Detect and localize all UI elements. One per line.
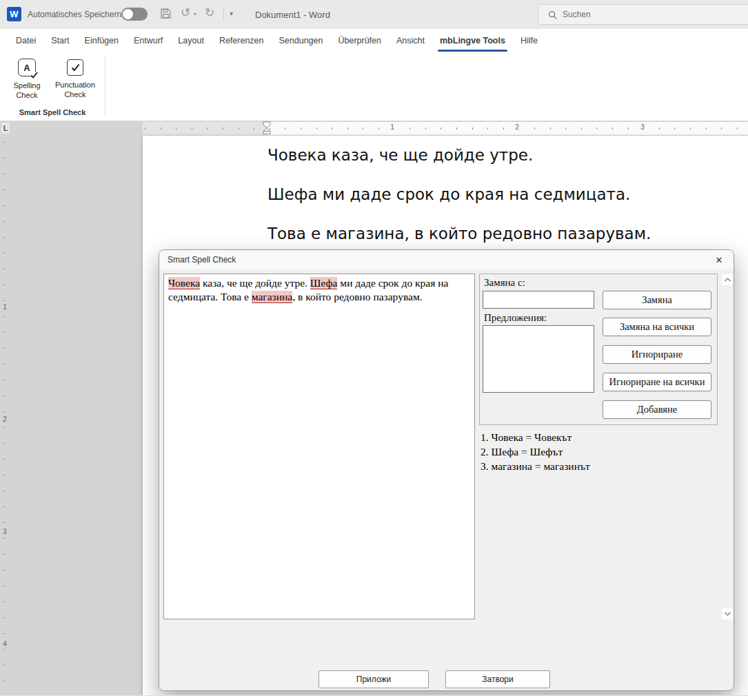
ruler-ticks <box>145 127 748 130</box>
indent-marker[interactable] <box>262 121 272 135</box>
ribbon-group-label: Smart Spell Check <box>0 108 105 116</box>
ignore-button[interactable]: Игнориране <box>603 345 711 364</box>
replace-button[interactable]: Замяна <box>603 291 711 309</box>
ruler-number: 2 <box>510 123 524 131</box>
tab-mblingve-tools[interactable]: mbLingve Tools <box>432 29 513 52</box>
ruler-number: 3 <box>636 123 649 131</box>
title-bar: W Automatisches Speichern ↺ ▾ ↻ ▾ Dokume… <box>0 0 748 29</box>
punctuation-check-button[interactable]: Punctuation Check <box>50 56 101 115</box>
horizontal-ruler: 1 2 3 L <box>0 121 748 135</box>
corrections-list: 1. Човека = Човекът 2. Шефа = Шефът 3. м… <box>481 430 722 473</box>
suggestions-label: Предложения: <box>484 312 547 324</box>
add-button[interactable]: Добавяне <box>603 400 711 419</box>
tab-stop-selector[interactable]: L <box>1 123 10 134</box>
toggle-knob <box>123 9 133 19</box>
toolbar-separator <box>223 8 224 21</box>
tab-datei[interactable]: Datei <box>8 29 43 52</box>
redo-icon[interactable]: ↻ <box>205 6 214 20</box>
replace-input[interactable] <box>483 291 594 309</box>
tab-ansicht[interactable]: Ansicht <box>389 29 432 52</box>
spell-check-text-area[interactable]: Човека каза, че ще дойде утре. Шефа ми д… <box>163 274 475 619</box>
punctuation-check-icon <box>67 59 83 76</box>
correction-item: 3. магазина = магазинът <box>481 459 722 473</box>
paragraph: Човека каза, че ще дойде утре. <box>267 145 743 165</box>
scroll-up-icon[interactable] <box>722 274 733 285</box>
text-segment: Човека <box>168 277 200 289</box>
dialog-title: Smart Spell Check <box>168 255 236 265</box>
apply-button[interactable]: Приложи <box>319 670 429 688</box>
suggestions-listbox[interactable] <box>483 325 594 393</box>
text-segment: Шефа <box>310 277 338 289</box>
tab-referenzen[interactable]: Referenzen <box>212 29 272 52</box>
replace-group-box: Замяна с: Замяна Предложения: Замяна на … <box>479 274 718 425</box>
document-title: Dokument1 - Word <box>255 10 330 20</box>
ribbon-tab-row: Datei Start Einfügen Entwurf Layout Refe… <box>0 29 748 52</box>
undo-icon[interactable]: ↺ <box>181 6 190 20</box>
spelling-check-button[interactable]: A Spelling Check <box>8 56 46 115</box>
tab-hilfe[interactable]: Hilfe <box>513 29 545 52</box>
autosave-label: Automatisches Speichern <box>28 10 121 19</box>
dialog-title-bar[interactable]: Smart Spell Check <box>159 250 734 269</box>
correction-item: 1. Човека = Човекът <box>481 430 722 444</box>
tab-layout[interactable]: Layout <box>170 29 212 52</box>
close-button[interactable]: Затвори <box>445 670 550 688</box>
ignore-all-button[interactable]: Игнориране на всички <box>603 373 711 391</box>
correction-item: 2. Шефа = Шефът <box>481 444 722 459</box>
text-segment: каза, че ще дойде утре. <box>200 277 310 289</box>
search-label: Suchen <box>563 10 591 19</box>
smart-spell-check-dialog: Smart Spell Check ✕ Човека каза, че ще д… <box>159 249 734 691</box>
paragraph: Шефа ми даде срок до края на седмицата. <box>267 185 743 204</box>
text-segment: магазина <box>252 291 292 303</box>
replace-all-button[interactable]: Замяна на всички <box>603 318 711 336</box>
dialog-close-icon[interactable]: ✕ <box>707 250 731 269</box>
tab-ueberpruefen[interactable]: Überprüfen <box>330 29 389 52</box>
status-bar: Seite 1 von 1 31 von 31 Wörtern Bulgaris… <box>0 695 748 700</box>
search-box[interactable]: Suchen <box>538 4 748 25</box>
ribbon-group-separator <box>105 56 105 116</box>
autosave-toggle[interactable] <box>121 8 148 21</box>
ribbon-content: A Spelling Check Punctuation Check Smart… <box>0 52 748 121</box>
scroll-down-icon[interactable] <box>722 608 733 619</box>
spelling-check-icon: A <box>18 59 36 76</box>
replace-with-label: Замяна с: <box>484 277 525 289</box>
spelling-check-label: Spelling Check <box>8 81 46 100</box>
punctuation-check-label: Punctuation Check <box>50 80 101 99</box>
word-logo-icon: W <box>7 7 21 21</box>
document-text: Човека каза, че ще дойде утре. Шефа ми д… <box>267 145 743 263</box>
search-icon <box>548 10 557 19</box>
save-icon[interactable] <box>160 8 172 19</box>
word-window: W Automatisches Speichern ↺ ▾ ↻ ▾ Dokume… <box>0 0 748 700</box>
tab-sendungen[interactable]: Sendungen <box>272 29 331 52</box>
paragraph: Това е магазина, в който редовно пазарув… <box>267 224 743 243</box>
text-segment: , в който редовно пазарувам. <box>292 291 422 302</box>
undo-dropdown-icon[interactable]: ▾ <box>194 11 196 17</box>
tab-einfuegen[interactable]: Einfügen <box>77 29 126 52</box>
ruler-number: 1 <box>385 123 399 131</box>
customize-toolbar-icon[interactable]: ▾ <box>230 10 233 17</box>
tab-start[interactable]: Start <box>43 29 77 52</box>
tab-entwurf[interactable]: Entwurf <box>126 29 170 52</box>
